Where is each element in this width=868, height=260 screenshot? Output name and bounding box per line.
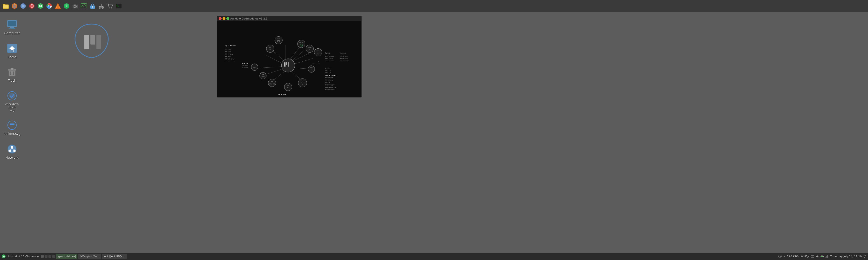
checkbox-touch-icon (6, 90, 18, 102)
taskbar-vlc[interactable] (54, 2, 62, 10)
taskbar-terminal[interactable]: $_ (115, 2, 123, 10)
svg-rect-17 (57, 6, 59, 8)
svg-text:Month  16.75 GiB: Month 16.75 GiB (340, 58, 348, 59)
taskbar-spotify[interactable] (63, 2, 70, 10)
svg-rect-161 (813, 256, 813, 256)
svg-text:UPTIME: UPTIME (301, 80, 304, 82)
distro-label: Linux Mint 18 Cinnamon (6, 255, 39, 258)
svg-text:Up to date: Up to date (278, 94, 286, 95)
notification-icon[interactable] (863, 255, 867, 258)
desktop-icon-home[interactable]: Home (2, 41, 22, 61)
svg-text:12%: 12% (317, 52, 319, 54)
svg-rect-62 (84, 35, 89, 49)
conky-maximize-btn[interactable] (226, 17, 229, 20)
taskbar-system-monitor[interactable] (80, 2, 88, 10)
computer-icon-label: Computer (4, 31, 20, 35)
taskbar-top: M (0, 0, 868, 12)
svg-text:Upload: Upload (325, 52, 330, 54)
svg-rect-55 (10, 123, 14, 123)
svg-text:Today  11.97 GiB: Today 11.97 GiB (340, 56, 348, 57)
svg-text:gnome-terminal 0.00: gnome-terminal 0.00 (325, 87, 336, 88)
conky-minimize-btn[interactable] (222, 17, 225, 20)
start-menu-area[interactable]: m Linux Mint 18 Cinnamon (1, 254, 39, 259)
svg-point-32 (109, 7, 110, 8)
svg-text:HOME: HOME (271, 81, 273, 82)
svg-text:Write: 0B: Write: 0B (242, 67, 248, 68)
taskbar-cut-tool[interactable] (97, 2, 105, 10)
svg-text:irq        0.7M: irq 0.7M (325, 78, 330, 80)
taskbar-bottom: m Linux Mint 18 Cinnamon [gambodekdue] [… (0, 253, 868, 260)
svg-text:Total: 2236: Total: 2236 (269, 84, 275, 85)
taskbar-browser2[interactable] (19, 2, 27, 10)
home-icon (6, 43, 18, 54)
taskbar-app-camera[interactable] (71, 2, 79, 10)
svg-text:github-dead 0.00: github-dead 0.00 (325, 88, 335, 90)
taskbar-file-manager[interactable] (2, 2, 10, 10)
svg-point-33 (111, 7, 112, 8)
desktop-icon-trash[interactable]: Trash (2, 64, 22, 84)
taskbar-cart[interactable] (106, 2, 114, 10)
mint-logo-icon: m (1, 254, 6, 259)
svg-text:51s: 51s (302, 84, 303, 85)
keyboard-tray-icon (811, 255, 814, 258)
svg-rect-166 (826, 257, 826, 258)
svg-rect-164 (821, 256, 823, 257)
svg-text:cinnamon   0.00: cinnamon 0.00 (325, 80, 333, 81)
taskbar-bottom-right: ✕ 3.84 KiB/s · 0 KiB/s (778, 255, 867, 258)
svg-text:Top 10 Process: Top 10 Process (225, 45, 236, 47)
svg-rect-43 (11, 50, 13, 52)
window-btn-dropbox[interactable]: [~/Dropbox/Aur... (79, 254, 101, 259)
svg-rect-167 (827, 256, 827, 258)
window-btn-terminal[interactable]: [erik@erik-P5Q] ... (102, 254, 127, 259)
workspace-btn-4[interactable] (52, 255, 55, 258)
svg-rect-18 (57, 5, 59, 6)
taskbar-firefox[interactable] (10, 2, 18, 10)
svg-text:x2x        0.00: x2x 0.00 (325, 82, 330, 83)
workspace-btn-3[interactable] (49, 255, 51, 258)
network-speed: 3.84 KiB/s · 0 KiB/s (787, 255, 809, 258)
svg-text:0%: 0% (311, 69, 312, 71)
desktop-icon-checkbox-touch[interactable]: checkbox-touch.svg (2, 88, 22, 114)
svg-text:CPU: CPU (317, 50, 319, 51)
desktop-icon-builder[interactable]: builder.svg (2, 117, 22, 138)
trash-icon (6, 66, 18, 78)
workspace-btn-2[interactable] (44, 255, 48, 258)
window-btn-gambodekdue[interactable]: [gambodekdue] (56, 254, 78, 259)
clock-display[interactable]: Thursday July 14, 11:19 (830, 255, 862, 258)
svg-rect-54 (10, 126, 14, 126)
volume-tray-icon[interactable] (816, 255, 819, 258)
desktop: M (0, 0, 868, 260)
svg-point-59 (13, 150, 16, 152)
workspace-btn-1[interactable] (41, 255, 44, 258)
svg-text:Free: 1726: Free: 1726 (269, 82, 275, 84)
taskbar-manjaro-settings[interactable]: M (37, 2, 44, 10)
svg-text:UNREAD: UNREAD (308, 47, 311, 48)
desktop-icon-network[interactable]: Network (2, 141, 22, 161)
svg-rect-23 (74, 4, 76, 5)
svg-point-22 (74, 6, 76, 7)
trash-icon-label: Trash (8, 79, 16, 82)
svg-text:conky      71.9M: conky 71.9M (225, 52, 231, 54)
svg-text:Download: Download (340, 52, 346, 54)
taskbar-screensaver[interactable] (89, 2, 96, 10)
svg-text:Total  11.08 GiB: Total 11.08 GiB (325, 60, 334, 61)
desktop-icon-computer[interactable]: Computer (2, 17, 22, 37)
conky-close-btn[interactable] (219, 17, 222, 20)
svg-rect-2 (3, 5, 8, 8)
svg-text:+43.0°C: +43.0°C (261, 76, 265, 77)
svg-text:POWER: POWER (277, 38, 280, 39)
svg-text:$_: $_ (117, 5, 119, 7)
svg-text:CPU2: 0.60: CPU2: 0.60 (325, 72, 331, 73)
manjaro-logo (67, 19, 116, 67)
svg-text:mdmgreeter 53.2M: mdmgreeter 53.2M (225, 58, 234, 59)
svg-text:Today  81.97 KiB: Today 81.97 KiB (325, 56, 334, 57)
taskbar-timeshift[interactable] (28, 2, 36, 10)
svg-rect-37 (8, 21, 16, 26)
svg-point-52 (8, 121, 17, 129)
svg-text:CPU1: 0.40: CPU1: 0.40 (325, 70, 331, 71)
svg-marker-162 (816, 255, 818, 258)
taskbar-chrome[interactable] (45, 2, 53, 10)
svg-rect-69 (288, 62, 289, 67)
svg-rect-53 (10, 124, 14, 125)
svg-rect-67 (284, 62, 285, 67)
